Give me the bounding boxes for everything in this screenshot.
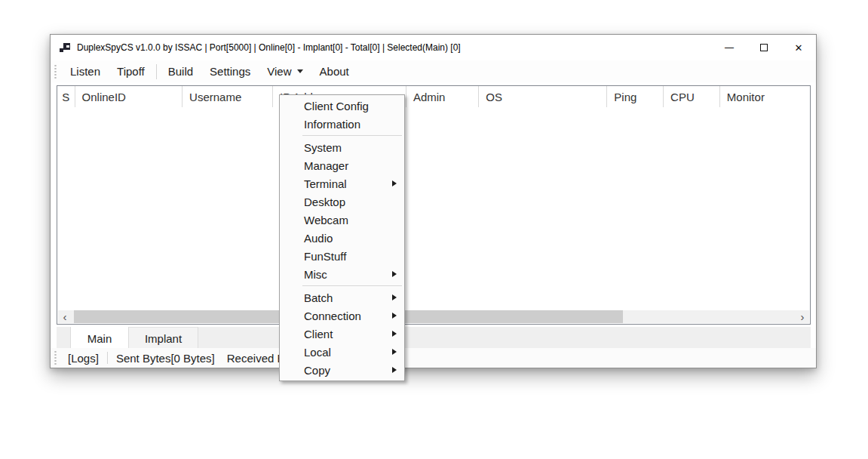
status-sent-bytes: Sent Bytes[0 Bytes] xyxy=(110,352,221,365)
menu-item-listen[interactable]: Listen xyxy=(62,60,109,82)
menu-item-settings[interactable]: Settings xyxy=(201,60,259,82)
context-menu-item-label: Local xyxy=(304,346,331,359)
client-list-empty-area[interactable] xyxy=(57,107,810,310)
maximize-icon xyxy=(760,44,768,51)
scrollbar-track[interactable] xyxy=(72,310,796,323)
context-menu-item-label: Batch xyxy=(304,291,333,304)
submenu-arrow-icon xyxy=(392,294,397,300)
toolstrip-grip[interactable] xyxy=(54,65,57,79)
column-header-filler xyxy=(803,86,810,107)
submenu-arrow-icon xyxy=(392,349,397,355)
tab-implant[interactable]: Implant xyxy=(129,327,198,350)
submenu-arrow-icon xyxy=(392,180,397,186)
submenu-arrow-icon xyxy=(392,367,397,373)
submenu-arrow-icon xyxy=(392,313,397,319)
menu-item-view-label: View xyxy=(267,65,291,78)
menu-item-about[interactable]: About xyxy=(311,60,357,82)
status-logs: [Logs] xyxy=(62,352,105,365)
desktop: DuplexSpyCS v1.0.0 by ISSAC | Port[5000]… xyxy=(0,0,868,459)
menu-item-tipoff[interactable]: Tipoff xyxy=(109,60,153,82)
context-menu-item-desktop[interactable]: Desktop xyxy=(280,193,404,211)
horizontal-scrollbar: ‹ › xyxy=(58,310,809,323)
client-context-menu: Client Config Information System Manager… xyxy=(279,94,405,381)
app-window: DuplexSpyCS v1.0.0 by ISSAC | Port[5000]… xyxy=(50,34,817,368)
submenu-arrow-icon xyxy=(392,331,397,337)
column-header-username[interactable]: Username xyxy=(182,86,273,107)
context-menu-item-label: Client xyxy=(304,328,333,340)
context-menu-separator xyxy=(302,135,402,136)
window-controls: — ✕ xyxy=(712,35,816,60)
status-separator xyxy=(107,352,108,364)
context-menu-item-funstuff[interactable]: FunStuff xyxy=(280,247,404,265)
menu-bar: Listen Tipoff Build Settings View About xyxy=(51,60,816,82)
context-menu-item-client-config[interactable]: Client Config xyxy=(280,97,404,115)
column-header-os[interactable]: OS xyxy=(479,86,607,107)
minimize-icon: — xyxy=(725,42,734,53)
context-menu-item-label: Connection xyxy=(304,310,361,322)
close-button[interactable]: ✕ xyxy=(781,35,816,60)
title-bar[interactable]: DuplexSpyCS v1.0.0 by ISSAC | Port[5000]… xyxy=(51,35,816,60)
context-menu-item-system[interactable]: System xyxy=(280,138,404,156)
statusbar-grip[interactable] xyxy=(54,351,57,365)
column-header-monitor[interactable]: Monitor xyxy=(720,86,803,107)
list-header-row: S OnlineID Username IP Address Admin OS … xyxy=(57,86,810,107)
status-bar: [Logs] Sent Bytes[0 Bytes] Received By xyxy=(51,348,816,368)
menu-separator xyxy=(156,64,157,79)
close-icon: ✕ xyxy=(795,42,803,54)
context-menu-item-copy[interactable]: Copy xyxy=(280,361,404,379)
chevron-right-icon: › xyxy=(801,311,805,322)
menu-item-build[interactable]: Build xyxy=(160,60,201,82)
column-header-admin[interactable]: Admin xyxy=(406,86,479,107)
chevron-left-icon: ‹ xyxy=(63,311,67,322)
context-menu-item-audio[interactable]: Audio xyxy=(280,229,404,247)
column-header-ping[interactable]: Ping xyxy=(607,86,664,107)
tab-main[interactable]: Main xyxy=(70,327,129,350)
context-menu-item-client[interactable]: Client xyxy=(280,325,404,343)
column-header-onlineid[interactable]: OnlineID xyxy=(75,86,183,107)
tab-strip-spacer xyxy=(57,327,70,350)
context-menu-item-terminal[interactable]: Terminal xyxy=(280,174,404,193)
context-menu-item-manager[interactable]: Manager xyxy=(280,156,404,174)
client-list-panel: S OnlineID Username IP Address Admin OS … xyxy=(57,85,811,325)
context-menu-item-information[interactable]: Information xyxy=(280,115,404,133)
context-menu-item-connection[interactable]: Connection xyxy=(280,307,404,325)
context-menu-item-label: Copy xyxy=(304,364,330,377)
context-menu-item-local[interactable]: Local xyxy=(280,343,404,361)
context-menu-item-misc[interactable]: Misc xyxy=(280,265,404,283)
submenu-arrow-icon xyxy=(392,271,397,277)
scroll-right-button[interactable]: › xyxy=(796,310,809,323)
context-menu-item-batch[interactable]: Batch xyxy=(280,288,404,307)
context-menu-item-label: Misc xyxy=(304,268,327,281)
menu-item-view[interactable]: View xyxy=(259,60,311,82)
context-menu-item-label: Terminal xyxy=(304,177,347,190)
maximize-button[interactable] xyxy=(747,35,781,60)
chevron-down-icon xyxy=(297,69,303,73)
window-title: DuplexSpyCS v1.0.0 by ISSAC | Port[5000]… xyxy=(77,42,461,53)
minimize-button[interactable]: — xyxy=(712,35,747,60)
tab-strip: Main Implant xyxy=(57,327,811,350)
context-menu-item-webcam[interactable]: Webcam xyxy=(280,211,404,229)
column-header-cpu[interactable]: CPU xyxy=(664,86,720,107)
column-header-s[interactable]: S xyxy=(57,86,75,107)
context-menu-separator xyxy=(302,285,402,286)
scroll-left-button[interactable]: ‹ xyxy=(58,310,72,323)
app-icon xyxy=(60,43,71,53)
